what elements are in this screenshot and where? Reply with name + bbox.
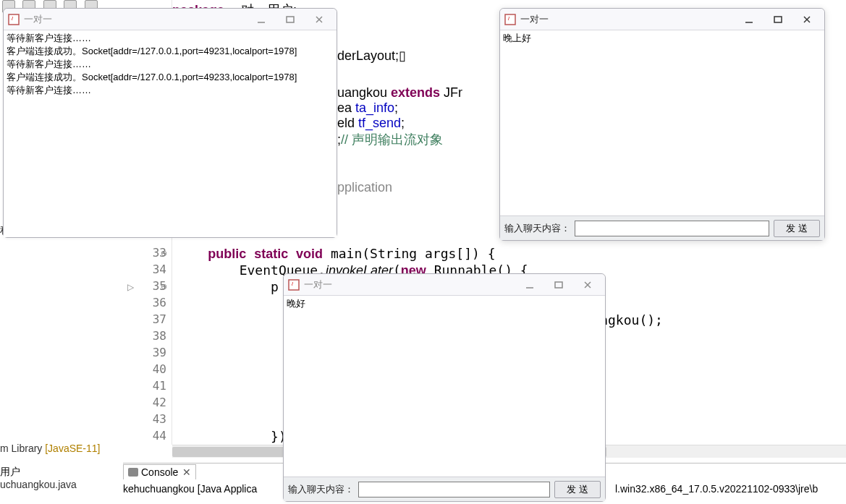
console-jre-path: l.win32.x86_64_17.0.5.v20221102-0933\jre…	[615, 483, 818, 495]
console-output-line: kehuchuangkou [Java Applica	[123, 483, 257, 495]
console-tab-area: Console ✕	[123, 464, 196, 479]
fold-marker[interactable]: ⊖	[161, 282, 167, 291]
line-number: 39	[123, 346, 166, 359]
console-tab[interactable]: Console ✕	[123, 464, 196, 479]
send-button[interactable]: 发 送	[774, 220, 820, 237]
maximize-button[interactable]	[763, 9, 792, 30]
code-line: uangkou extends JFr	[337, 85, 462, 101]
code-line: derLayout;▯	[337, 48, 462, 64]
chat-input-bar: 输入聊天内容： 发 送	[500, 215, 824, 240]
log-line: 客户端连接成功。Socket[addr=/127.0.0.1,port=4923…	[7, 45, 334, 58]
close-button[interactable]	[305, 9, 334, 30]
console-icon	[128, 468, 138, 477]
window-titlebar[interactable]: 一对一	[4, 9, 337, 30]
svg-rect-7	[774, 17, 782, 22]
minimize-button[interactable]	[735, 9, 763, 30]
window-titlebar[interactable]: 一对一	[500, 9, 824, 30]
line-number: 38	[123, 329, 166, 343]
line-number: 43	[123, 412, 166, 426]
code-line: eld tf_send;	[337, 116, 462, 131]
java-app-icon	[288, 279, 300, 291]
window-title: 一对一	[304, 278, 332, 291]
library-node[interactable]: m Library [JavaSE-11]	[0, 443, 101, 454]
chat-textarea[interactable]: 晚好	[284, 296, 605, 477]
code-line[interactable]: });	[177, 429, 295, 444]
log-line: 等待新客户连接……	[7, 58, 334, 71]
file-node[interactable]: uchuangkou.java	[0, 479, 101, 490]
fold-marker[interactable]: ⊖	[161, 249, 167, 258]
code-line[interactable]: p	[177, 279, 279, 294]
log-textarea[interactable]: 等待新客户连接……客户端连接成功。Socket[addr=/127.0.0.1,…	[4, 30, 337, 237]
log-window-left[interactable]: 一对一 等待新客户连接……客户端连接成功。Socket[addr=/127.0.…	[3, 8, 337, 238]
line-number: 34	[123, 262, 166, 276]
code-line: ea ta_info;	[337, 101, 462, 116]
svg-rect-5	[505, 14, 515, 25]
line-number: 37	[123, 312, 166, 326]
partial-code-area: derLayout;▯ uangkou extends JFr ea ta_in…	[337, 48, 462, 195]
window-title: 一对一	[24, 13, 52, 26]
line-number: 44	[123, 429, 166, 443]
maximize-button[interactable]	[276, 9, 305, 30]
close-button[interactable]	[573, 275, 602, 295]
window-title: 一对一	[520, 13, 549, 26]
window-titlebar[interactable]: 一对一	[284, 274, 605, 296]
chat-message: 晚上好	[503, 32, 821, 45]
code-line: pplication	[337, 180, 462, 195]
package-explorer-fragment: m Library [JavaSE-11] 用户 uchuangkou.java	[0, 443, 101, 490]
close-icon[interactable]: ✕	[182, 466, 191, 478]
log-line: 客户端连接成功。Socket[addr=/127.0.0.1,port=4923…	[7, 71, 334, 84]
svg-rect-12	[287, 17, 294, 22]
java-app-icon	[504, 14, 516, 25]
chat-input[interactable]	[575, 221, 769, 236]
package-node[interactable]: 用户	[0, 466, 101, 479]
java-app-icon	[8, 14, 20, 25]
log-line: 等待新客户连接……	[7, 32, 334, 45]
svg-rect-0	[289, 280, 299, 290]
chat-textarea[interactable]: 晚上好	[500, 30, 824, 215]
line-number: 36	[123, 296, 166, 309]
chat-window-right[interactable]: 一对一 晚上好 输入聊天内容： 发 送	[499, 8, 825, 241]
minimize-button[interactable]	[247, 9, 276, 30]
code-line[interactable]: public static void main(String args[]) {	[177, 246, 496, 262]
chat-window-middle[interactable]: 一对一 晚好 输入聊天内容： 发 送	[283, 273, 606, 502]
line-number: 33	[123, 246, 166, 260]
svg-rect-10	[9, 14, 19, 25]
minimize-button[interactable]	[515, 275, 544, 295]
chat-input[interactable]	[358, 482, 550, 497]
input-label: 输入聊天内容：	[504, 222, 570, 235]
send-button[interactable]: 发 送	[554, 481, 601, 498]
console-label: Console	[141, 466, 178, 478]
log-line: 等待新客户连接……	[7, 84, 334, 97]
close-button[interactable]	[792, 9, 821, 30]
line-number: 40	[123, 362, 166, 376]
input-label: 输入聊天内容：	[288, 483, 354, 496]
line-number: 42	[123, 396, 166, 409]
maximize-button[interactable]	[544, 275, 573, 295]
code-line: ;// 声明输出流对象	[337, 131, 462, 148]
line-number: 41	[123, 379, 166, 393]
override-marker: ▷	[127, 282, 134, 292]
svg-rect-2	[555, 282, 562, 288]
chat-input-bar: 输入聊天内容： 发 送	[284, 477, 605, 501]
chat-message: 晚好	[287, 297, 602, 310]
